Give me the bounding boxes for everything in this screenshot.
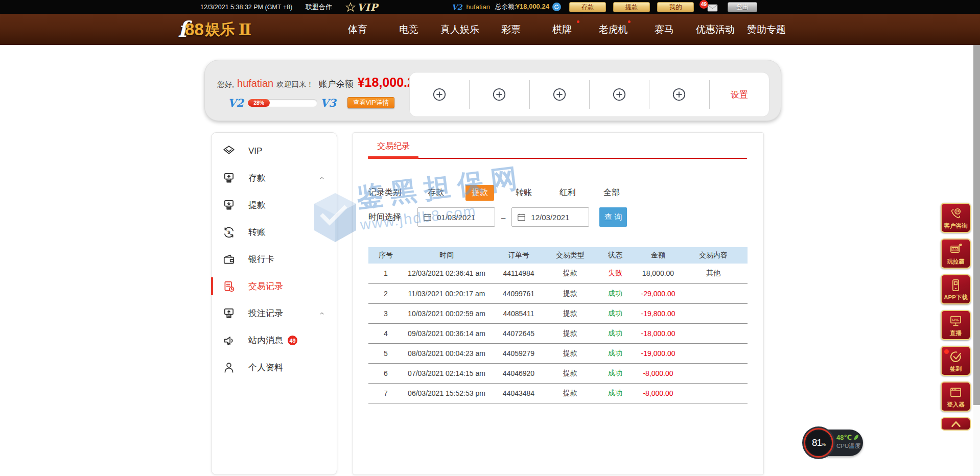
table-cell: 07/03/2021 02:14:15 am [403, 363, 490, 383]
tab-bar: 交易纪录 [353, 133, 763, 159]
float-login-tool[interactable]: 登入器 [941, 382, 971, 412]
withdraw-button[interactable]: 提款 [613, 2, 650, 12]
add-slot-button-1[interactable] [410, 73, 469, 116]
date-to-input[interactable]: 12/03/2021 [511, 207, 589, 227]
table-cell: 06/03/2021 15:52:53 pm [403, 383, 490, 403]
sidebar-item-bet-records[interactable]: 投注记录 [212, 300, 337, 327]
scrollbar-thumb[interactable] [973, 45, 980, 405]
scrollbar-track[interactable] [973, 45, 980, 476]
table-cell: 12/03/2021 02:36:41 am [403, 264, 490, 283]
calendar-icon [517, 212, 526, 222]
vip-progress-row: V2 28% V3 查看VIP详情 [228, 96, 394, 109]
vip-detail-button[interactable]: 查看VIP详情 [347, 97, 394, 108]
bank-card-icon [222, 252, 236, 266]
status-cell: 失败 [593, 264, 637, 283]
filter-label: 记录类别 [368, 187, 401, 198]
sidebar-item-transfer[interactable]: $ 转账 [212, 219, 337, 246]
search-button[interactable]: 查 询 [599, 207, 627, 227]
settings-button[interactable]: 设置 [710, 73, 769, 116]
affiliate-link[interactable]: 联盟合作 [306, 3, 332, 12]
nav-item-promotions[interactable]: 优惠活动 [690, 14, 741, 45]
table-cell [679, 383, 748, 403]
chevron-up-icon[interactable] [318, 175, 325, 182]
sidebar-item-profile[interactable]: 个人资料 [212, 354, 337, 381]
sidebar-item-messages[interactable]: 站内消息 49 [212, 327, 337, 354]
site-logo[interactable]: f88娱乐Ⅱ [178, 14, 251, 45]
transaction-panel: 交易纪录 记录类别 存款 提款 转账 红利 全部 时间选择 01/03/2021… [353, 132, 764, 475]
table-row: 5 08/03/2021 00:04:23 am 44059279 提款 成功 … [368, 343, 748, 363]
table-cell: 3 [368, 303, 403, 323]
table-cell: 提款 [547, 343, 593, 363]
table-cell: 提款 [547, 363, 593, 383]
add-slot-button-2[interactable] [470, 73, 529, 116]
table-cell: 44099761 [490, 283, 547, 303]
table-cell: 44085411 [490, 303, 547, 323]
table-cell: 4 [368, 323, 403, 343]
sidebar-item-withdraw[interactable]: 提款 [212, 192, 337, 219]
float-check-in[interactable]: 签到 [941, 346, 971, 376]
refresh-balance-icon[interactable] [552, 3, 561, 11]
table-cell: 44046920 [490, 363, 547, 383]
nav-item-sports[interactable]: 体育 [332, 14, 383, 45]
date-from-input[interactable]: 01/03/2021 [417, 207, 495, 227]
welcome-card: 您好, hufatian 欢迎回来！ 账户余额 ¥18,000.24 V2 28… [204, 60, 781, 121]
messages-icon[interactable]: 49 [706, 0, 718, 14]
table-cell: 10/03/2021 00:02:59 am [403, 303, 490, 323]
filter-withdraw[interactable]: 提款 [465, 185, 494, 201]
table-header-row: 序号 时间 订单号 交易类型 状态 金额 交易内容 [368, 247, 748, 264]
logout-button[interactable]: 登出 [728, 2, 757, 12]
table-cell: 2 [368, 283, 403, 303]
add-slot-button-3[interactable] [530, 73, 589, 116]
table-cell: 09/03/2021 00:36:14 am [403, 323, 490, 343]
date-label: 时间选择 [368, 212, 401, 223]
amount-cell: -19,000.00 [637, 343, 679, 363]
table-cell: 提款 [547, 264, 593, 283]
float-app-download[interactable]: APP下载 [941, 274, 971, 304]
svg-text:LIVE: LIVE [952, 318, 959, 321]
table-cell: 提款 [547, 303, 593, 323]
nav-item-sponsorship[interactable]: 赞助专题 [741, 14, 792, 45]
deposit-button[interactable]: 存款 [569, 2, 606, 12]
filter-bonus[interactable]: 红利 [553, 185, 582, 201]
phone-24-icon: 24 [949, 206, 963, 222]
nav-item-lottery[interactable]: 彩票 [485, 14, 536, 45]
chevron-up-icon[interactable] [318, 310, 325, 317]
amount-cell: -19,800.00 [637, 303, 679, 323]
profile-icon [222, 361, 236, 374]
sidebar-item-deposit[interactable]: 存款 [212, 164, 337, 192]
sidebar-item-vip[interactable]: VIP [212, 137, 337, 164]
float-play-slots[interactable]: 777 玩拉霸 [941, 239, 971, 269]
table-cell: 提款 [547, 323, 593, 343]
collapse-button[interactable] [941, 417, 971, 431]
header-content: 交易内容 [679, 247, 748, 264]
sidebar-item-bank-card[interactable]: 银行卡 [212, 246, 337, 273]
nav-item-slots[interactable]: 老虎机 [588, 14, 639, 45]
filter-all[interactable]: 全部 [597, 185, 626, 201]
nav-item-horse-racing[interactable]: 赛马 [639, 14, 690, 45]
tab-underline [368, 158, 747, 159]
add-slot-button-4[interactable] [590, 73, 649, 116]
sidebar-item-transaction-records[interactable]: 交易记录 [212, 273, 337, 300]
add-slot-button-5[interactable] [649, 73, 709, 116]
header-status: 状态 [593, 247, 637, 264]
nav-item-board-games[interactable]: 棋牌 [536, 14, 588, 45]
filter-deposit[interactable]: 存款 [422, 185, 450, 201]
table-cell: 7 [368, 383, 403, 403]
vip-current-level: V2 [228, 97, 244, 109]
float-live-stream[interactable]: LIVE 直播 [941, 310, 971, 340]
vip-logo[interactable]: VIP [345, 2, 378, 13]
mine-button[interactable]: 我的 [657, 2, 694, 12]
withdraw-icon [222, 198, 236, 212]
messages-count-badge: 49 [288, 336, 297, 345]
table-cell [679, 363, 748, 383]
float-customer-service[interactable]: 24 客户咨询 [941, 203, 971, 233]
nav-item-esports[interactable]: 电竞 [383, 14, 434, 45]
main-nav: f88娱乐Ⅱ 体育 电竞 真人娱乐 彩票 棋牌 老虎机 赛马 优惠活动 赞助专题 [0, 14, 980, 45]
status-cell: 成功 [593, 363, 637, 383]
browser-window-icon [949, 385, 963, 400]
cpu-gauge: 81% [804, 428, 833, 458]
svg-text:777: 777 [952, 247, 958, 251]
filter-transfer[interactable]: 转账 [509, 185, 538, 201]
tab-transaction-records[interactable]: 交易纪录 [377, 141, 410, 152]
nav-item-live-casino[interactable]: 真人娱乐 [434, 14, 485, 45]
